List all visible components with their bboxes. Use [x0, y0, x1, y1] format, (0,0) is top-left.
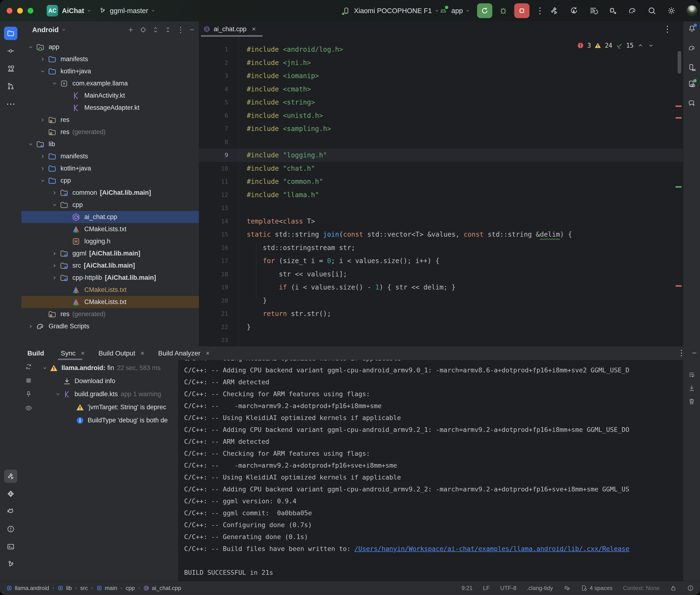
- chevron-down-icon[interactable]: [53, 390, 63, 398]
- notifications-button[interactable]: [687, 23, 697, 34]
- project-widget[interactable]: AC AiChat: [47, 0, 92, 22]
- add-icon[interactable]: [127, 26, 134, 33]
- run-configuration-selector[interactable]: app: [439, 0, 470, 22]
- error-stripe-mark[interactable]: [675, 285, 682, 287]
- build-tab-sync[interactable]: Sync×: [61, 346, 85, 360]
- pin-icon[interactable]: [25, 391, 32, 398]
- build-tree-item[interactable]: build.gradle.ktsapp 1 warning: [40, 388, 178, 401]
- breadcrumb-item[interactable]: src: [80, 585, 88, 591]
- breadcrumb-item[interactable]: cpp: [125, 585, 135, 591]
- tree-item[interactable]: cpp: [22, 174, 199, 187]
- close-tab-icon[interactable]: ×: [81, 349, 85, 357]
- gemini-assistant-button[interactable]: [687, 98, 697, 109]
- more-tool-windows-button[interactable]: ⋯: [4, 97, 18, 111]
- indent-config[interactable]: 4 spaces: [581, 585, 613, 591]
- tree-item[interactable]: app: [22, 41, 199, 53]
- build-tree-item[interactable]: llama.android:fin22 sec, 583 ms: [40, 362, 178, 374]
- chevron-right-icon[interactable]: [38, 165, 48, 173]
- chevron-down-icon[interactable]: [26, 43, 36, 51]
- terminal-tool-button[interactable]: [4, 540, 18, 553]
- tree-item[interactable]: res: [22, 114, 199, 126]
- tree-item[interactable]: MessageAdapter.kt: [22, 102, 199, 114]
- tree-item[interactable]: ggml[AiChat.lib.main]: [22, 247, 199, 259]
- apply-changes-restart-icon[interactable]: [569, 6, 578, 15]
- build-tree-item[interactable]: BuildType 'debug' is both de: [40, 414, 178, 427]
- code-line[interactable]: 20 }: [199, 294, 683, 307]
- code-line[interactable]: 13: [199, 201, 683, 215]
- resource-manager-tool-button[interactable]: [4, 62, 18, 75]
- code-line[interactable]: 6#include <unistd.h>: [199, 109, 683, 122]
- expand-all-icon[interactable]: [152, 26, 159, 33]
- chevron-right-icon[interactable]: [50, 189, 60, 197]
- tree-item[interactable]: res(generated): [22, 308, 199, 320]
- code-line[interactable]: 16 std::ostringstream str;: [199, 241, 683, 255]
- chevron-down-icon[interactable]: [50, 201, 60, 209]
- highlight-level-icon[interactable]: [563, 585, 570, 591]
- breadcrumb-item[interactable]: lib: [57, 585, 72, 591]
- tree-item[interactable]: manifests: [22, 150, 199, 162]
- stop-app-button[interactable]: [514, 3, 529, 18]
- build-tree-item[interactable]: Download info: [40, 374, 178, 388]
- problems-tool-button[interactable]: [4, 522, 18, 536]
- line-separator[interactable]: LF: [483, 585, 490, 591]
- user-avatar[interactable]: [687, 5, 697, 16]
- gradle-sync-icon[interactable]: [628, 6, 637, 15]
- minimize-window-button[interactable]: [17, 8, 23, 13]
- code-line[interactable]: 9#include "logging.h": [199, 148, 683, 162]
- code-line[interactable]: 10#include "chat.h": [199, 162, 683, 175]
- chevron-down-icon[interactable]: [38, 67, 48, 76]
- chevron-right-icon[interactable]: [50, 262, 60, 270]
- tree-item[interactable]: common[AiChat.lib.main]: [22, 187, 199, 199]
- chevron-right-icon[interactable]: [38, 152, 48, 161]
- close-window-button[interactable]: [7, 8, 12, 13]
- caret-position[interactable]: 9:21: [461, 585, 473, 591]
- rerun-app-button[interactable]: [477, 3, 492, 18]
- code-line[interactable]: 14template<class T>: [199, 215, 683, 228]
- error-stripe-mark[interactable]: [675, 106, 682, 107]
- editor-options-button[interactable]: ⋮: [663, 25, 672, 33]
- code-line[interactable]: 7#include <sampling.h>: [199, 122, 683, 136]
- settings-gear-icon[interactable]: [667, 6, 676, 15]
- code-style-config[interactable]: .clang-tidy: [527, 585, 553, 591]
- tree-item[interactable]: manifests: [22, 53, 199, 65]
- editor-scrollbar[interactable]: [678, 51, 681, 74]
- code-line[interactable]: 19 if (i < values.size() - 1) { str << d…: [199, 281, 683, 294]
- code-line[interactable]: 2#include <jni.h>: [199, 56, 683, 69]
- running-devices-button[interactable]: [687, 79, 697, 89]
- next-problem-icon[interactable]: [647, 42, 654, 49]
- code-line[interactable]: 8: [199, 136, 683, 149]
- sync-refresh-icon[interactable]: [25, 363, 32, 370]
- file-encoding[interactable]: UTF-8: [500, 585, 516, 591]
- tree-item[interactable]: logging.h: [22, 235, 199, 247]
- change-stripe-mark[interactable]: [675, 186, 682, 188]
- logcat-tool-button[interactable]: [4, 505, 18, 518]
- build-hammer-icon[interactable]: [550, 6, 559, 15]
- code-line[interactable]: 12#include "llama.h": [199, 188, 683, 202]
- chevron-right-icon[interactable]: [38, 55, 48, 63]
- code-line[interactable]: 17 for (size_t i = 0; i < values.size();…: [199, 254, 683, 267]
- tree-item[interactable]: Gradle Scripts: [22, 320, 199, 332]
- build-output-path-link[interactable]: /Users/hanyin/Workspace/ai-chat/examples…: [355, 545, 629, 552]
- chevron-down-icon[interactable]: [26, 140, 36, 148]
- build-output-console[interactable]: C/C++: -- Using KleidiAI optimized kerne…: [178, 360, 683, 581]
- code-line[interactable]: 22}: [199, 320, 683, 334]
- commit-tool-button[interactable]: [4, 44, 18, 58]
- build-tab-build-output[interactable]: Build Output×: [99, 346, 144, 360]
- project-tool-button[interactable]: [4, 27, 18, 40]
- code-line[interactable]: 3#include <iomanip>: [199, 69, 683, 83]
- chevron-down-icon[interactable]: [40, 364, 50, 372]
- eye-filter-icon[interactable]: [25, 404, 32, 412]
- chevron-right-icon[interactable]: [50, 274, 60, 282]
- build-tree-item[interactable]: 'jvmTarget: String' is deprec: [40, 401, 178, 414]
- tree-item[interactable]: res(generated): [22, 126, 199, 138]
- build-tool-button[interactable]: [4, 470, 18, 483]
- code-line[interactable]: 21 return str.str();: [199, 307, 683, 320]
- pull-requests-tool-button[interactable]: [4, 80, 18, 93]
- lock-open-icon[interactable]: [670, 585, 677, 591]
- close-tab-icon[interactable]: ×: [141, 349, 144, 357]
- tree-item[interactable]: CMakeLists.txt: [22, 296, 199, 308]
- tree-item[interactable]: src[AiChat.lib.main]: [22, 259, 199, 272]
- close-tab-icon[interactable]: ×: [206, 349, 209, 357]
- chevron-right-icon[interactable]: [50, 250, 60, 258]
- code-editor[interactable]: 1#include <android/log.h>2#include <jni.…: [199, 37, 683, 346]
